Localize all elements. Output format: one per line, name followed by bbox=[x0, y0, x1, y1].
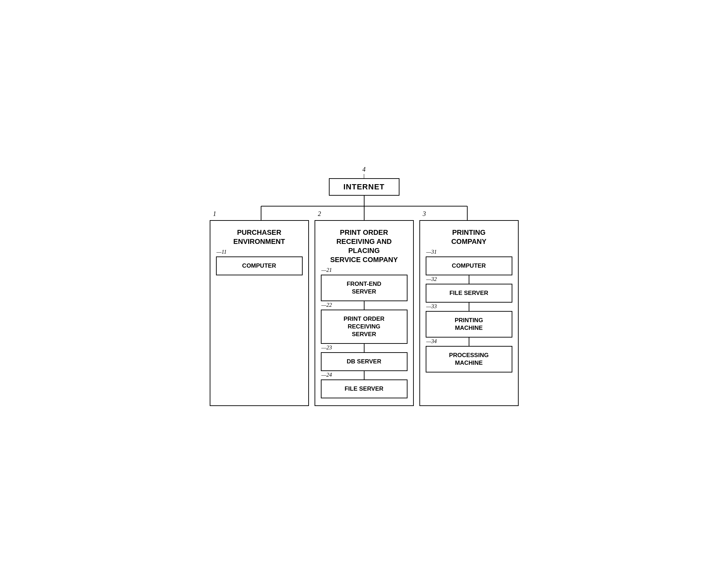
component-wrapper-11: —11 COMPUTER bbox=[216, 256, 303, 275]
col3-title: PRINTINGCOMPANY bbox=[451, 228, 486, 246]
comp33-box: PRINTINGMACHINE bbox=[426, 311, 512, 338]
col1-title: PURCHASERENVIRONMENT bbox=[233, 228, 285, 246]
comp21-box: FRONT-ENDSERVER bbox=[321, 275, 408, 301]
comp31-ref: —31 bbox=[426, 249, 437, 255]
columns-row: 1 PURCHASERENVIRONMENT —11 COMPUTER 2 PR… bbox=[207, 220, 521, 406]
comp24-ref: —24 bbox=[322, 372, 332, 378]
conn-33-34 bbox=[469, 338, 469, 346]
comp22-box: PRINT ORDERRECEIVINGSERVER bbox=[321, 310, 408, 344]
comp31-box: COMPUTER bbox=[426, 256, 512, 275]
internet-section: 4 INTERNET bbox=[329, 166, 399, 196]
connection-lines bbox=[207, 196, 521, 220]
component-33-container: —33 PRINTINGMACHINE bbox=[426, 311, 512, 338]
internet-ref-tick bbox=[364, 174, 364, 178]
internet-box: INTERNET bbox=[329, 178, 399, 196]
conn-23-24 bbox=[364, 371, 365, 379]
component-34-container: —34 PROCESSINGMACHINE bbox=[426, 346, 512, 372]
diagram: 4 INTERNET 1 PURCHASERENVIRONMENT —11 bbox=[207, 166, 521, 406]
conn-31-32 bbox=[469, 275, 469, 284]
component-11-container: —11 COMPUTER bbox=[216, 256, 303, 275]
conn-22-23 bbox=[364, 344, 365, 352]
comp32-ref: —32 bbox=[426, 276, 437, 282]
comp11-ref: —11 bbox=[217, 249, 227, 255]
column-purchaser: 1 PURCHASERENVIRONMENT —11 COMPUTER bbox=[210, 220, 309, 406]
internet-ref: 4 bbox=[362, 166, 366, 173]
column-print-order: 2 PRINT ORDERRECEIVING AND PLACINGSERVIC… bbox=[315, 220, 414, 406]
comp23-box: DB SERVER bbox=[321, 352, 408, 371]
component-23-container: —23 DB SERVER bbox=[321, 352, 408, 371]
comp23-ref: —23 bbox=[322, 345, 332, 351]
conn-32-33 bbox=[469, 303, 469, 311]
column-printing: 3 PRINTINGCOMPANY —31 COMPUTER —32 FILE … bbox=[419, 220, 519, 406]
comp22-ref: —22 bbox=[322, 302, 332, 308]
comp34-box: PROCESSINGMACHINE bbox=[426, 346, 512, 372]
col2-ref: 2 bbox=[318, 210, 321, 218]
comp32-box: FILE SERVER bbox=[426, 284, 512, 303]
comp34-ref: —34 bbox=[426, 338, 437, 345]
component-32-container: —32 FILE SERVER bbox=[426, 284, 512, 303]
col3-ref: 3 bbox=[423, 210, 426, 218]
col2-title: PRINT ORDERRECEIVING AND PLACINGSERVICE … bbox=[321, 228, 408, 264]
component-31-container: —31 COMPUTER bbox=[426, 256, 512, 275]
comp33-ref: —33 bbox=[426, 303, 437, 310]
component-21-container: —21 FRONT-ENDSERVER bbox=[321, 275, 408, 301]
lines-svg bbox=[207, 196, 521, 220]
component-24-container: —24 FILE SERVER bbox=[321, 379, 408, 398]
comp21-ref: —21 bbox=[322, 267, 332, 273]
component-22-container: —22 PRINT ORDERRECEIVINGSERVER bbox=[321, 310, 408, 344]
comp24-box: FILE SERVER bbox=[321, 379, 408, 398]
conn-21-22 bbox=[364, 301, 365, 310]
col1-ref: 1 bbox=[213, 210, 216, 218]
comp11-box: COMPUTER bbox=[216, 256, 303, 275]
